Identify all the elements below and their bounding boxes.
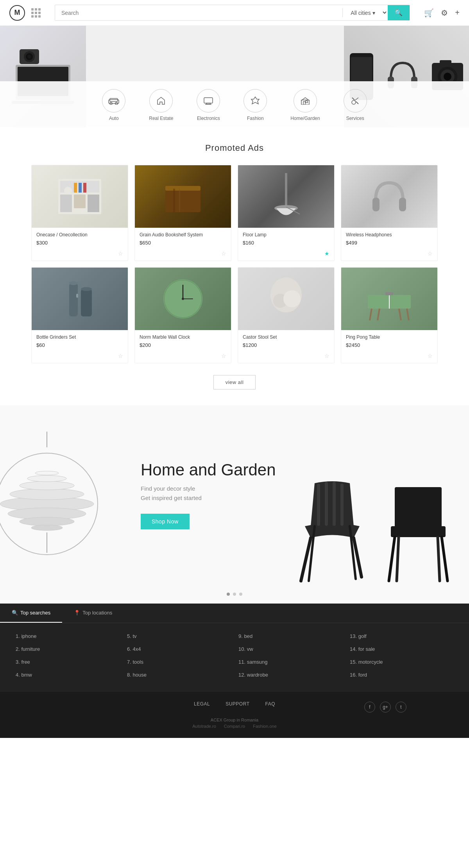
category-fashion[interactable]: Fashion: [243, 89, 267, 121]
carousel-dot-2[interactable]: [233, 593, 236, 596]
tab-top-locations[interactable]: 📍 Top locations: [62, 604, 124, 623]
svg-rect-39: [79, 183, 82, 193]
svg-rect-54: [76, 294, 78, 298]
tab-top-searches[interactable]: 🔍 Top searches: [0, 604, 62, 623]
home-garden-title: Home and Garden: [141, 461, 276, 479]
twitter-icon[interactable]: t: [396, 702, 406, 713]
googleplus-icon[interactable]: g+: [380, 702, 391, 713]
svg-rect-55: [81, 289, 92, 316]
svg-rect-84: [395, 487, 442, 528]
home-garden-icon: [294, 89, 317, 113]
favorite-icon-stool[interactable]: ☆: [324, 353, 329, 359]
footer-company: ACEX Group in Romania: [31, 718, 438, 722]
cart-icon[interactable]: 🛒: [424, 8, 434, 18]
products-grid: Onecase / Onecollection $300 ☆ Grain Aud…: [31, 165, 438, 363]
product-name-stool: Castor Stool Set: [243, 334, 329, 341]
services-icon: [344, 89, 367, 113]
footer-bottom-link-2[interactable]: Compari.ro: [224, 724, 245, 729]
product-image-bottles: [32, 268, 128, 330]
product-card-clock[interactable]: Norm Marble Wall Clock $200 ☆: [134, 267, 231, 363]
hero-banner: Auto Real Estate Electronics Fashion Hom…: [0, 26, 469, 127]
favorite-icon-bookshelf[interactable]: ☆: [221, 250, 226, 257]
footer-link-support[interactable]: SUPPORT: [226, 701, 249, 707]
footer-link-faq[interactable]: FAQ: [265, 701, 275, 707]
real-estate-icon: [149, 89, 173, 113]
svg-point-77: [27, 475, 66, 482]
product-card-bottles[interactable]: Bottle Grinders Set $60 ☆: [31, 267, 128, 363]
product-info-bookshelf: Grain Audio Bookshelf System $650: [135, 228, 231, 250]
location-tab-icon: 📍: [74, 610, 80, 616]
product-price-floorlamp: $160: [243, 240, 329, 246]
footer-bottom-link-3[interactable]: Fashion.one: [253, 724, 277, 729]
favorite-icon-headphones[interactable]: ☆: [428, 250, 433, 257]
search-item-7: 7. tools: [127, 657, 231, 667]
electronics-label: Electronics: [197, 116, 220, 121]
product-card-pingtable[interactable]: Ping Pong Table $2450 ☆: [341, 267, 438, 363]
product-price-pingtable: $2450: [346, 342, 433, 348]
footer-bottom-link-1[interactable]: Autotrade.ro: [192, 724, 216, 729]
category-electronics[interactable]: Electronics: [197, 89, 220, 121]
logo[interactable]: M: [9, 5, 25, 21]
product-card-floorlamp[interactable]: Floor Lamp $160 ★: [238, 165, 335, 261]
search-bar: All cities ▾ 🔍: [55, 5, 410, 21]
product-footer-pingtable: ☆: [341, 353, 437, 363]
svg-point-6: [27, 55, 31, 59]
fashion-icon: [243, 89, 267, 113]
city-select[interactable]: All cities ▾: [343, 5, 388, 20]
favorite-icon-onecollection[interactable]: ☆: [118, 250, 123, 257]
svg-point-31: [352, 100, 356, 104]
svg-rect-40: [83, 183, 86, 193]
svg-point-75: [10, 489, 84, 500]
svg-rect-49: [372, 198, 379, 211]
search-input[interactable]: [55, 5, 342, 20]
category-real-estate[interactable]: Real Estate: [149, 89, 173, 121]
category-services[interactable]: Services: [344, 89, 367, 121]
settings-icon[interactable]: ⚙: [441, 8, 448, 18]
product-card-headphones[interactable]: Wireless Headphones $499 ☆: [341, 165, 438, 261]
product-card-bookshelf[interactable]: Grain Audio Bookshelf System $650 ☆: [134, 165, 231, 261]
product-footer-headphones: ☆: [341, 250, 437, 261]
product-card-onecollection[interactable]: Onecase / Onecollection $300 ☆: [31, 165, 128, 261]
shop-now-button[interactable]: Shop Now: [141, 514, 190, 529]
add-listing-icon[interactable]: +: [455, 8, 460, 17]
view-all-button[interactable]: view all: [213, 375, 256, 389]
carousel-dot-3[interactable]: [239, 593, 242, 596]
svg-point-80: [20, 517, 74, 526]
grid-menu-icon[interactable]: [31, 8, 41, 18]
search-item-10: 10. vw: [238, 644, 342, 654]
header-actions: 🛒 ⚙ +: [424, 8, 460, 18]
product-image-stool: [238, 268, 334, 330]
home-garden-section: Home and Garden Find your decor style Ge…: [0, 405, 469, 585]
product-info-bottles: Bottle Grinders Set $60: [32, 330, 128, 353]
product-footer-clock: ☆: [135, 353, 231, 363]
search-item-5: 5. tv: [127, 631, 231, 641]
favorite-icon-pingtable[interactable]: ☆: [428, 353, 433, 359]
search-button[interactable]: 🔍: [388, 5, 410, 20]
svg-rect-36: [74, 195, 86, 208]
home-garden-content: Home and Garden Find your decor style Ge…: [141, 461, 276, 529]
favorite-icon-bottles[interactable]: ☆: [118, 353, 123, 359]
svg-point-78: [35, 471, 59, 475]
svg-point-56: [81, 287, 92, 291]
footer-bottom-links: Autotrade.ro Compari.ro Fashion.one: [31, 724, 438, 729]
facebook-icon[interactable]: f: [364, 702, 375, 713]
favorite-icon-clock[interactable]: ☆: [221, 353, 226, 359]
svg-marker-21: [158, 97, 165, 104]
carousel-dot-1[interactable]: [227, 593, 230, 596]
favorite-icon-floorlamp[interactable]: ★: [324, 250, 329, 257]
chair-1-svg: [293, 472, 371, 585]
category-home-garden[interactable]: Home/Garden: [290, 89, 320, 121]
promoted-ads-section: Promoted Ads Onecase / Onecollection $30…: [0, 127, 469, 405]
product-card-stool[interactable]: Castor Stool Set $1200 ☆: [238, 267, 335, 363]
home-garden-label: Home/Garden: [290, 116, 320, 121]
product-name-pingtable: Ping Pong Table: [346, 334, 433, 341]
search-item-15: 15. motorcycle: [350, 657, 453, 667]
category-auto[interactable]: Auto: [102, 89, 125, 121]
header: M All cities ▾ 🔍 🛒 ⚙ +: [0, 0, 469, 26]
footer-link-legal[interactable]: LEGAL: [194, 701, 210, 707]
product-info-stool: Castor Stool Set $1200: [238, 330, 334, 353]
pendant-lamp-decoration: [0, 432, 102, 558]
product-info-floorlamp: Floor Lamp $160: [238, 228, 334, 250]
svg-rect-38: [74, 183, 77, 193]
svg-point-51: [388, 199, 391, 202]
